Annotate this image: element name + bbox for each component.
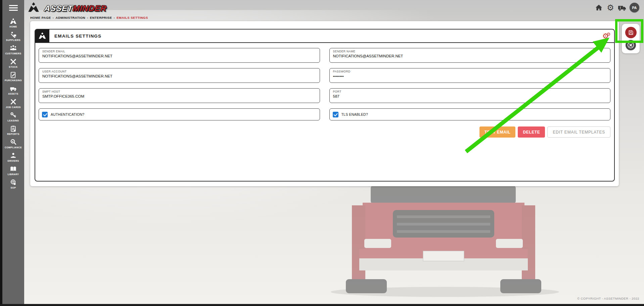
sidebar-item-label: LEASING	[8, 119, 19, 122]
purchasing-document-icon	[10, 71, 17, 79]
jobcards-tools-icon	[10, 98, 17, 105]
sidebar-item-customers[interactable]: CUSTOMERS	[2, 45, 24, 55]
brand-mark-icon	[38, 32, 46, 40]
close-x-icon	[627, 41, 635, 49]
sidebar-item-label: JOB CARDS	[6, 106, 21, 108]
left-edge-strip	[0, 0, 2, 306]
sidebar-item-library[interactable]: LIBRARY	[2, 165, 24, 175]
user-account-field[interactable]: USER ACCOUNT NOTIFICATIONS@ASSETMINDER.N…	[39, 68, 320, 83]
sidebar-item-drivers[interactable]: DRIVERS	[2, 152, 24, 162]
sender-name-field[interactable]: SENDER NAME NOTIFICATIONS@ASSETMINDER.NE…	[329, 48, 611, 63]
sidebar-item-label: REPORTS	[7, 133, 19, 135]
fleet-truck-icon[interactable]: i	[618, 3, 627, 12]
breadcrumb-home-page[interactable]: HOME PAGE	[30, 16, 51, 19]
drivers-person-icon	[10, 152, 17, 159]
stock-crossed-tools-icon	[10, 58, 17, 65]
sidebar-item-label: HOME	[9, 26, 17, 28]
breadcrumb-enterprise[interactable]: ENTERPRISE	[90, 16, 112, 19]
sidebar-item-assets[interactable]: ASSETS	[2, 85, 24, 95]
sidebar-item-label: PURCHASING	[5, 79, 22, 82]
sidebar-item-label: SOP	[11, 187, 16, 189]
sidebar-item-leasing[interactable]: LEASING	[2, 112, 24, 122]
sidebar-item-job-cards[interactable]: JOB CARDS	[2, 98, 24, 108]
authentication-checkbox-row: AUTHENTICATION?	[39, 108, 320, 120]
sidebar-nav: HOME SUPPLIERS CUSTOMERS	[2, 18, 24, 192]
card-header: EMAILS SETTINGS ⚙ ⚙	[35, 30, 614, 43]
copyright-text: © COPYRIGHT - ASSETMINDER - 2022	[571, 297, 639, 300]
edit-email-templates-button[interactable]: EDIT EMAIL TEMPLATES	[547, 126, 610, 138]
port-field[interactable]: PORT 587	[329, 88, 611, 103]
compliance-magnifier-icon	[10, 139, 17, 146]
sidebar-item-label: STOCK	[9, 66, 17, 68]
customers-people-icon	[10, 45, 17, 52]
password-field[interactable]: PASSWORD ••••••••	[329, 68, 611, 83]
brand-mark-icon	[28, 2, 40, 14]
sidebar-item-label: SUPPLIERS	[6, 39, 20, 41]
breadcrumb: HOME PAGE-ADMINISTRATION-ENTERPRISE-EMAI…	[30, 16, 148, 19]
sidebar-item-stock[interactable]: STOCK	[2, 58, 24, 68]
reports-clipboard-icon	[10, 125, 17, 132]
side-actions-panel	[622, 24, 640, 53]
content-container: EMAILS SETTINGS ⚙ ⚙ SENDER EMAIL NOTIFIC…	[30, 21, 619, 186]
emails-settings-card: EMAILS SETTINGS ⚙ ⚙ SENDER EMAIL NOTIFIC…	[35, 29, 615, 182]
card-logo-chip	[35, 30, 49, 42]
sop-globe-icon	[10, 179, 17, 186]
sidebar-item-reports[interactable]: REPORTS	[2, 125, 24, 135]
close-button[interactable]	[626, 40, 636, 50]
settings-gears-icon[interactable]: ⚙ ⚙	[602, 32, 611, 40]
sidebar-item-label: COMPLIANCE	[5, 146, 22, 149]
tls-enabled-checkbox-row: TLS ENABLED?	[329, 108, 611, 120]
sidebar-item-label: LIBRARY	[8, 173, 19, 175]
brand-wordmark: ASSETMINDER	[44, 4, 107, 13]
breadcrumb-emails-settings[interactable]: EMAILS SETTINGS	[117, 16, 148, 19]
page-title: EMAILS SETTINGS	[54, 34, 101, 39]
svg-text:i: i	[620, 6, 621, 9]
sidebar-item-purchasing[interactable]: PURCHASING	[2, 71, 24, 82]
topbar-icons: ⚙ i PA	[594, 3, 639, 12]
hamburger-menu-icon[interactable]	[9, 5, 18, 12]
save-floppy-icon	[628, 29, 634, 36]
save-button[interactable]	[625, 27, 637, 38]
library-book-icon	[10, 165, 17, 172]
app-logo[interactable]: ASSETMINDER	[28, 2, 107, 14]
card-body: SENDER EMAIL NOTIFICATIONS@ASSETMINDER.N…	[35, 43, 614, 138]
sidebar-item-label: ASSETS	[8, 93, 18, 95]
sender-email-field[interactable]: SENDER EMAIL NOTIFICATIONS@ASSETMINDER.N…	[39, 48, 320, 63]
home-icon[interactable]	[594, 3, 603, 12]
delete-button[interactable]: DELETE	[518, 126, 545, 138]
test-email-button[interactable]: TEST EMAIL	[479, 126, 515, 138]
bottom-black-bar	[0, 304, 644, 306]
sidebar-item-label: CUSTOMERS	[5, 52, 21, 55]
sidebar-item-sop[interactable]: SOP	[2, 179, 24, 189]
sidebar-item-label: DRIVERS	[8, 160, 19, 162]
smtp-host-field[interactable]: SMPT HOST SMTP.OFFICE365.COM	[39, 88, 320, 103]
authentication-checkbox[interactable]	[42, 112, 48, 117]
tls-enabled-checkbox[interactable]	[333, 112, 338, 117]
breadcrumb-administration[interactable]: ADMINISTRATION	[56, 16, 86, 19]
assets-truck-icon	[10, 85, 17, 92]
gear-icon[interactable]: ⚙	[606, 3, 615, 12]
sidebar-item-suppliers[interactable]: SUPPLIERS	[2, 31, 24, 41]
sidebar-item-compliance[interactable]: COMPLIANCE	[2, 139, 24, 149]
sidebar-item-home[interactable]: HOME	[2, 18, 24, 28]
sidebar: HOME SUPPLIERS CUSTOMERS	[2, 0, 24, 304]
emails-settings-screen: HOME SUPPLIERS CUSTOMERS	[0, 0, 644, 306]
user-avatar[interactable]: PA	[630, 3, 639, 12]
leasing-keys-icon	[10, 112, 17, 119]
supplier-handtruck-icon	[10, 31, 17, 38]
form-buttons-row: TEST EMAIL DELETE EDIT EMAIL TEMPLATES	[39, 126, 610, 138]
home-logo-icon	[10, 18, 17, 25]
